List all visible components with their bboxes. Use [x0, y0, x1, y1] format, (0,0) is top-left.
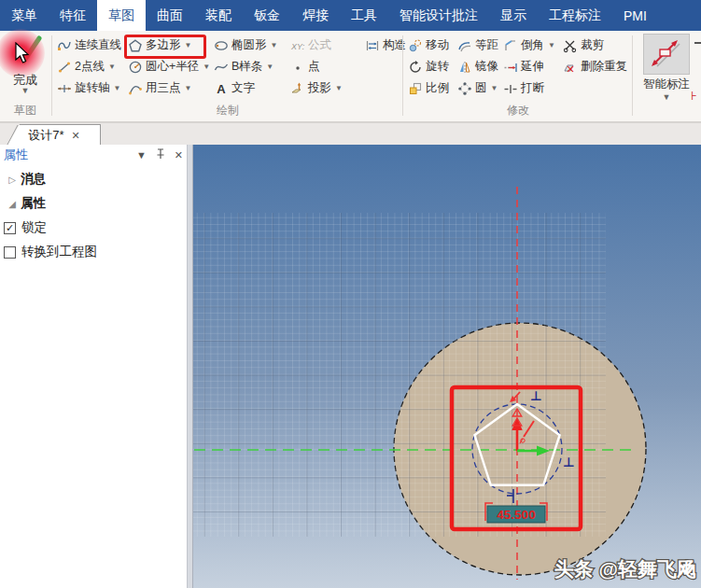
tool-trim[interactable]: 裁剪	[560, 35, 631, 56]
group-label-draw: 绘制	[54, 103, 401, 119]
panel-close-icon[interactable]: ✕	[175, 149, 183, 161]
tool-move[interactable]: 移动	[405, 35, 455, 56]
dropdown-arrow[interactable]: ▼	[114, 84, 121, 92]
sketch-canvas[interactable]: ⊥ ⊥ 45.500 头条 @轻舞飞飏	[193, 145, 701, 588]
tool-rotate[interactable]: 旋转	[405, 56, 455, 77]
finish-cell[interactable]: 完成 ▼ 草图	[0, 31, 50, 122]
tool-polygon[interactable]: 多边形▼	[125, 35, 211, 56]
tool-continuous-line[interactable]: 连续直线	[54, 35, 125, 56]
smart-dimension-label: 智能标注	[636, 77, 697, 92]
dropdown-arrow[interactable]: ▼	[266, 63, 273, 71]
tool-break[interactable]: 打断	[500, 77, 560, 99]
tab-close-icon[interactable]: ✕	[72, 130, 80, 142]
document-tab-label: 设计7*	[28, 127, 63, 144]
collapsed-triangle-icon[interactable]: ▷	[4, 175, 21, 185]
panel-dropdown-icon[interactable]: ▼	[136, 149, 147, 161]
tool-circle-pattern[interactable]: 圆▼	[455, 77, 500, 99]
ribbon: 完成 ▼ 草图 连续直线 2点线▼ 旋转轴▼	[0, 31, 701, 122]
dimension-value[interactable]: 45.500	[497, 508, 535, 522]
dropdown-arrow[interactable]: ▼	[185, 41, 192, 49]
tool-mirror[interactable]: 镜像	[455, 56, 500, 77]
menu-tab-qumian[interactable]: 曲面	[146, 0, 194, 31]
dropdown-arrow[interactable]: ▼	[108, 63, 116, 71]
clipped-ribbon-icon: ⊦	[691, 89, 697, 103]
spline-icon	[214, 60, 229, 75]
checkbox-unchecked[interactable]	[4, 246, 16, 259]
tool-ellipse[interactable]: 椭圆形▼	[211, 35, 287, 56]
checkbox-row-convert-drawing[interactable]: 转换到工程图	[0, 242, 187, 262]
smart-dimension-icon	[649, 37, 684, 71]
expanded-triangle-icon[interactable]: ◢	[4, 199, 21, 209]
arc-icon	[128, 81, 143, 96]
dropdown-arrow[interactable]: ▼	[548, 41, 555, 49]
menu-tab-gongju[interactable]: 工具	[340, 0, 388, 31]
menu-tab-tezheng[interactable]: 特征	[49, 0, 97, 31]
finish-dropdown-arrow[interactable]: ▼	[0, 86, 50, 95]
text-icon: A	[214, 81, 229, 96]
perpendicular-constraint-icon: ⊥	[563, 455, 575, 469]
offset-icon	[457, 38, 472, 53]
perpendicular-constraint-icon: ⊥	[530, 388, 542, 403]
polygon-icon	[128, 38, 143, 53]
application-window: 菜单 特征 草图 曲面 装配 钣金 焊接 工具 智能设计批注 显示 工程标注 P…	[0, 0, 701, 588]
tool-chamfer[interactable]: 倒角▼	[500, 35, 560, 56]
tool-point[interactable]: 点	[287, 56, 362, 77]
modify-group: 移动 旋转 比例 等距 镜像	[405, 31, 631, 122]
checkbox-checked[interactable]: ✓	[4, 222, 16, 234]
tool-bspline[interactable]: B样条▼	[211, 56, 287, 77]
checkbox-row-lock[interactable]: ✓ 锁定	[0, 217, 187, 238]
menu-tab-zhineng-sheji-pizhu[interactable]: 智能设计批注	[388, 0, 489, 31]
ellipse-icon	[214, 38, 229, 53]
dropdown-arrow[interactable]: ▼	[491, 84, 498, 92]
smart-dimension-dropdown[interactable]: ▼	[636, 92, 697, 102]
dropdown-arrow[interactable]: ▼	[271, 41, 278, 49]
ribbon-separator	[51, 35, 52, 116]
construct-icon	[365, 38, 380, 53]
main-area: 属性 ▼ ✕ ▷ 消息 ◢ 属性 ✓ 锁定 转换到工程图	[0, 145, 701, 588]
tool-construct[interactable]: 构造	[362, 35, 401, 56]
menu-tab-gongcheng-biaozhu[interactable]: 工程标注	[538, 0, 612, 31]
formula-icon: XY:	[290, 38, 305, 53]
menu-tab-caotu-active[interactable]: 草图	[97, 0, 146, 31]
document-tab-design7[interactable]: 设计7* ✕	[7, 124, 101, 146]
rotate-icon	[408, 60, 423, 75]
group-label-sketch: 草图	[0, 103, 50, 119]
menu-tab-xianshi[interactable]: 显示	[489, 0, 538, 31]
menu-tab-hanjie[interactable]: 焊接	[291, 0, 340, 31]
menu-tab-zhuangpei[interactable]: 装配	[194, 0, 243, 31]
group-label-modify: 修改	[405, 103, 631, 119]
smart-dimension-icon-box	[643, 34, 690, 75]
dropdown-arrow[interactable]: ▼	[203, 63, 210, 71]
mirror-icon	[457, 60, 472, 75]
delete-duplicate-icon: ✕	[563, 60, 578, 75]
smart-dimension-button[interactable]: 智能标注 ▼	[636, 31, 697, 122]
tool-text[interactable]: A 文字	[211, 77, 287, 99]
menu-bar: 菜单 特征 草图 曲面 装配 钣金 焊接 工具 智能设计批注 显示 工程标注 P…	[0, 0, 701, 31]
panel-pin-icon[interactable]	[156, 148, 165, 161]
point-icon	[290, 60, 305, 75]
ribbon-separator	[632, 35, 633, 116]
tool-offset[interactable]: 等距	[455, 35, 500, 56]
section-properties[interactable]: ◢ 属性	[0, 193, 187, 214]
watermark-text: 头条 @轻舞飞飏	[554, 558, 696, 580]
tool-2point-line[interactable]: 2点线▼	[54, 56, 125, 77]
tool-extend[interactable]: 延伸	[500, 56, 560, 77]
dropdown-arrow[interactable]: ▼	[185, 84, 192, 92]
tool-circle-center-radius[interactable]: 圆心+半径▼	[125, 56, 211, 77]
tool-rotation-axis[interactable]: 旋转轴▼	[54, 77, 125, 99]
panel-splitter[interactable]	[187, 145, 193, 588]
tool-arc-three-points[interactable]: 用三点▼	[125, 77, 211, 99]
circle-pattern-icon	[457, 81, 472, 96]
menu-tab-banjin[interactable]: 钣金	[243, 0, 291, 31]
menu-tab-caidan[interactable]: 菜单	[0, 0, 49, 31]
polyline-icon	[57, 38, 72, 53]
tool-scale[interactable]: 比例	[405, 77, 455, 99]
tool-projection[interactable]: 投影▼	[287, 77, 362, 99]
major-grid	[193, 213, 606, 537]
dropdown-arrow[interactable]: ▼	[335, 84, 343, 92]
tool-delete-duplicate[interactable]: ✕ 删除重复	[560, 56, 631, 77]
section-message[interactable]: ▷ 消息	[0, 169, 187, 189]
spacer	[560, 77, 631, 99]
menu-tab-pmi[interactable]: PMI	[612, 0, 658, 31]
tool-formula: XY: 公式	[287, 35, 362, 56]
